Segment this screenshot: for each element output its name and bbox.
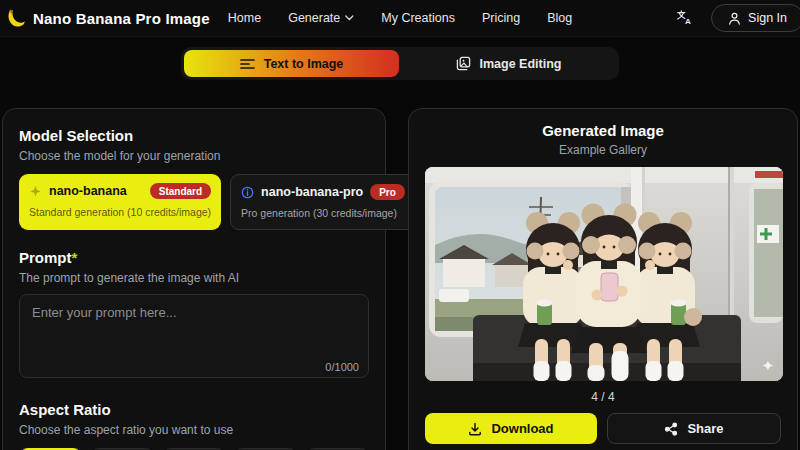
sparkle-icon: ✦ [761, 358, 774, 373]
generated-image-subtitle: Example Gallery [425, 143, 781, 157]
generated-image-title: Generated Image [425, 122, 781, 139]
model-selection-title: Model Selection [19, 127, 369, 144]
main-nav: Home Generate My Creations Pricing Blog [228, 11, 572, 25]
prompt-input[interactable] [19, 294, 369, 378]
mode-toggle: Text to Image Image Editing [181, 47, 619, 80]
translate-icon[interactable]: A [671, 5, 697, 31]
top-navbar: Nano Banana Pro Image Home Generate My C… [0, 0, 800, 37]
image-actions: Download Share [425, 413, 781, 444]
model-badge: Pro [370, 184, 405, 200]
aspect-ratio-subtitle: Choose the aspect ratio you want to use [19, 423, 369, 437]
model-cards: nano-banana Standard Standard generation… [19, 174, 369, 230]
nav-item-home[interactable]: Home [228, 11, 261, 25]
prompt-box: 0/1000 [19, 294, 369, 382]
char-counter: 0/1000 [325, 361, 359, 373]
model-selection-subtitle: Choose the model for your generation [19, 149, 369, 163]
model-name: nano-banana-pro [261, 185, 363, 199]
brand-title: Nano Banana Pro Image [33, 10, 210, 27]
chevron-down-icon [345, 15, 354, 21]
aspect-ratio-title: Aspect Ratio [19, 401, 369, 418]
text-lines-icon [240, 58, 255, 70]
image-edit-icon [456, 56, 471, 71]
nav-item-blog[interactable]: Blog [547, 11, 572, 25]
user-icon [728, 12, 741, 25]
share-button[interactable]: Share [607, 413, 781, 444]
model-description: Pro generation (30 credits/image) [241, 207, 405, 219]
prompt-subtitle: The prompt to generate the image with AI [19, 271, 369, 285]
model-badge: Standard [150, 183, 211, 199]
generation-settings-panel: Model Selection Choose the model for you… [2, 108, 386, 450]
brand[interactable]: Nano Banana Pro Image [6, 8, 210, 28]
generated-image-panel: Generated Image Example Gallery [408, 108, 798, 450]
sign-in-button[interactable]: Sign In [711, 4, 800, 32]
info-icon [241, 186, 254, 199]
nav-item-generate[interactable]: Generate [288, 11, 354, 25]
gallery-counter: 4 / 4 [425, 390, 781, 404]
tab-text-to-image[interactable]: Text to Image [184, 50, 399, 77]
required-marker: * [72, 249, 78, 266]
download-button[interactable]: Download [425, 413, 597, 444]
header-right: A Sign In [671, 4, 800, 32]
download-icon [468, 422, 482, 436]
model-description: Standard generation (10 credits/image) [29, 206, 211, 218]
nav-item-pricing[interactable]: Pricing [482, 11, 520, 25]
banana-icon [6, 8, 26, 28]
svg-text:A: A [685, 17, 691, 26]
sparkles-icon [29, 185, 42, 198]
generated-photo: ✦ [425, 167, 783, 381]
prompt-title: Prompt* [19, 249, 369, 266]
model-card-nano-banana[interactable]: nano-banana Standard Standard generation… [19, 174, 221, 230]
nav-item-my-creations[interactable]: My Creations [381, 11, 455, 25]
model-card-nano-banana-pro[interactable]: nano-banana-pro Pro Pro generation (30 c… [230, 174, 416, 230]
tab-image-editing[interactable]: Image Editing [401, 50, 616, 77]
share-icon [664, 422, 678, 436]
model-name: nano-banana [49, 184, 127, 198]
